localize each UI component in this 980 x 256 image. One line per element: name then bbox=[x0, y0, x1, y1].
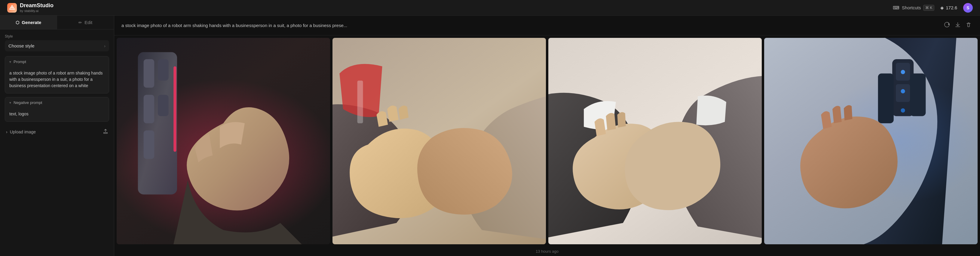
prompt-text: a stock image photo of a robot arm shaki… bbox=[9, 71, 103, 88]
svg-point-1 bbox=[11, 7, 13, 9]
upload-left: › Upload image bbox=[6, 129, 36, 134]
credits-button[interactable]: ◈ 172.6 bbox=[940, 5, 957, 11]
refresh-button[interactable] bbox=[944, 22, 950, 29]
upload-button[interactable] bbox=[103, 129, 108, 135]
topbar-left: DreamStudio by stability.ai bbox=[7, 2, 54, 13]
svg-rect-11 bbox=[173, 67, 176, 152]
negative-chevron-icon: ▾ bbox=[9, 101, 11, 105]
brand-name: DreamStudio bbox=[20, 2, 54, 9]
negative-prompt-label: Negative prompt bbox=[14, 100, 42, 105]
prompt-section: ▾ Prompt a stock image photo of a robot … bbox=[5, 56, 109, 94]
image-card-1[interactable] bbox=[117, 38, 330, 244]
chevron-right-icon: › bbox=[104, 44, 105, 48]
prompt-body[interactable]: a stock image photo of a robot arm shaki… bbox=[5, 67, 109, 93]
prompt-header[interactable]: ▾ Prompt bbox=[5, 57, 109, 67]
main-layout: ⬡ Generate ✏ Edit Style Choose style › ▾ bbox=[0, 16, 980, 256]
content-area: a stock image photo of a robot arm shaki… bbox=[114, 16, 980, 256]
credits-value: 172.6 bbox=[946, 5, 957, 10]
expand-icon: › bbox=[6, 129, 8, 134]
chevron-down-icon: ▾ bbox=[9, 60, 11, 64]
brand-text: DreamStudio by stability.ai bbox=[20, 2, 54, 13]
image-4 bbox=[764, 38, 978, 244]
logo-icon bbox=[7, 3, 17, 13]
brand-sub: by stability.ai bbox=[20, 9, 54, 13]
tab-edit-label: Edit bbox=[84, 20, 92, 25]
upload-image-row[interactable]: › Upload image bbox=[5, 125, 109, 138]
image-2 bbox=[332, 38, 546, 244]
image-grid bbox=[114, 35, 980, 247]
edit-icon: ✏ bbox=[78, 20, 82, 25]
negative-prompt-header[interactable]: ▾ Negative prompt bbox=[5, 97, 109, 108]
svg-point-20 bbox=[900, 70, 905, 74]
tab-edit[interactable]: ✏ Edit bbox=[57, 16, 114, 29]
image-card-4[interactable] bbox=[764, 38, 978, 244]
svg-point-22 bbox=[900, 108, 905, 113]
svg-rect-10 bbox=[158, 95, 169, 116]
style-section-label: Style bbox=[5, 34, 109, 38]
style-value: Choose style bbox=[8, 43, 35, 48]
timestamp: 13 hours ago bbox=[536, 249, 558, 254]
svg-point-21 bbox=[900, 89, 905, 94]
prompt-label: Prompt bbox=[14, 59, 26, 64]
svg-rect-23 bbox=[878, 73, 894, 123]
svg-rect-24 bbox=[910, 73, 926, 116]
keyboard-icon: ⌨ bbox=[893, 5, 899, 11]
upload-label: Upload image bbox=[10, 129, 36, 134]
topbar-right: ⌨ Shortcuts ⌘ K ◈ 172.6 S bbox=[893, 3, 973, 13]
negative-prompt-section: ▾ Negative prompt text, logos bbox=[5, 97, 109, 122]
image-3 bbox=[548, 38, 762, 244]
header-actions bbox=[953, 21, 973, 30]
svg-rect-9 bbox=[158, 59, 169, 81]
svg-rect-7 bbox=[144, 95, 154, 124]
generate-icon: ⬡ bbox=[16, 20, 19, 25]
tab-generate[interactable]: ⬡ Generate bbox=[0, 16, 57, 29]
negative-prompt-body[interactable]: text, logos bbox=[5, 108, 109, 121]
image-1 bbox=[117, 38, 330, 244]
shortcuts-button[interactable]: ⌨ Shortcuts ⌘ K bbox=[893, 5, 934, 11]
svg-rect-6 bbox=[144, 59, 154, 88]
content-header: a stock image photo of a robot arm shaki… bbox=[114, 16, 980, 35]
prompt-display: a stock image photo of a robot arm shaki… bbox=[121, 23, 940, 28]
download-button[interactable] bbox=[953, 21, 962, 30]
sidebar-content: Style Choose style › ▾ Prompt a stock im… bbox=[0, 29, 114, 256]
shortcuts-keybind: ⌘ K bbox=[923, 5, 934, 11]
image-card-2[interactable] bbox=[332, 38, 546, 244]
delete-button[interactable] bbox=[964, 21, 973, 30]
sidebar-tabs: ⬡ Generate ✏ Edit bbox=[0, 16, 114, 29]
credits-icon: ◈ bbox=[940, 5, 944, 11]
image-card-3[interactable] bbox=[548, 38, 762, 244]
negative-prompt-text: text, logos bbox=[9, 111, 29, 116]
svg-rect-8 bbox=[144, 130, 154, 159]
style-chooser[interactable]: Choose style › bbox=[5, 40, 109, 51]
style-section: Style Choose style › bbox=[5, 34, 109, 51]
tab-generate-label: Generate bbox=[22, 20, 41, 25]
shortcuts-label: Shortcuts bbox=[902, 5, 921, 10]
content-inner: 13 hours ago bbox=[114, 35, 980, 256]
svg-rect-13 bbox=[358, 81, 363, 123]
sidebar: ⬡ Generate ✏ Edit Style Choose style › ▾ bbox=[0, 16, 114, 256]
timestamp-bar: 13 hours ago bbox=[114, 247, 980, 256]
avatar[interactable]: S bbox=[963, 3, 973, 13]
topbar: DreamStudio by stability.ai ⌨ Shortcuts … bbox=[0, 0, 980, 16]
